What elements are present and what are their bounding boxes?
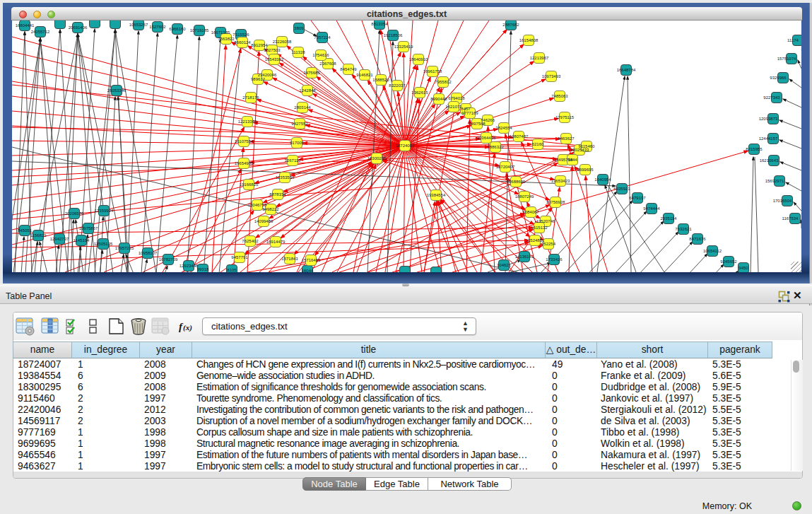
svg-text:12444157: 12444157 [759, 136, 778, 141]
svg-text:9245652: 9245652 [720, 259, 737, 264]
svg-text:17975115: 17975115 [555, 115, 575, 119]
svg-text:9427552: 9427552 [291, 122, 308, 126]
svg-text:1527602: 1527602 [149, 25, 166, 29]
svg-text:19384554: 19384554 [427, 193, 446, 197]
svg-text:2803144: 2803144 [294, 105, 311, 110]
svg-text:989612: 989612 [251, 77, 266, 81]
svg-text:9450: 9450 [739, 266, 748, 270]
svg-text:16671385: 16671385 [211, 30, 230, 35]
svg-text:7632621: 7632621 [675, 227, 692, 231]
svg-text:8471676: 8471676 [689, 237, 706, 241]
svg-text:16648784: 16648784 [617, 68, 636, 72]
svg-text:10975867: 10975867 [79, 226, 98, 230]
svg-text:1588520: 1588520 [372, 78, 389, 82]
svg-text:8454749: 8454749 [340, 67, 357, 71]
svg-text:15720407: 15720407 [496, 165, 515, 169]
svg-text:17016504: 17016504 [773, 199, 792, 203]
svg-text:9457791: 9457791 [231, 255, 248, 259]
svg-text:16914479: 16914479 [266, 240, 286, 244]
svg-text:9227343: 9227343 [763, 95, 780, 100]
svg-text:16782759: 16782759 [159, 257, 178, 262]
svg-text:6794028: 6794028 [448, 96, 465, 100]
svg-text:15692971: 15692971 [765, 179, 784, 183]
svg-text:9463627: 9463627 [558, 136, 575, 141]
svg-text:1242848: 1242848 [299, 88, 316, 93]
svg-text:16543362: 16543362 [265, 57, 284, 62]
svg-text:10654112: 10654112 [703, 249, 722, 253]
svg-text:17359924: 17359924 [95, 209, 114, 213]
svg-text:12093873: 12093873 [759, 117, 778, 121]
svg-text:62160: 62160 [532, 142, 544, 146]
svg-text:13653423: 13653423 [551, 179, 570, 183]
svg-text:19218506: 19218506 [384, 33, 403, 37]
svg-text:99318: 99318 [197, 267, 209, 271]
svg-text:18300295: 18300295 [367, 156, 387, 160]
svg-text:(x): (x) [183, 323, 192, 332]
svg-text:10958107: 10958107 [139, 251, 158, 255]
svg-text:19654985: 19654985 [235, 161, 254, 165]
svg-text:14099489: 14099489 [254, 219, 273, 223]
svg-text:15751074: 15751074 [777, 57, 796, 61]
svg-text:26053346: 26053346 [107, 88, 126, 93]
svg-text:9699695: 9699695 [577, 168, 594, 172]
svg-text:12505135: 12505135 [94, 242, 113, 246]
svg-text:2935114: 2935114 [661, 216, 678, 221]
svg-text:6479197: 6479197 [629, 196, 646, 200]
svg-text:1621072: 1621072 [445, 105, 462, 109]
svg-text:9444: 9444 [567, 158, 577, 162]
svg-text:16154808: 16154808 [519, 38, 539, 42]
svg-text:1167534: 1167534 [782, 216, 799, 221]
svg-text:12353594: 12353594 [276, 175, 295, 180]
svg-text:8878334: 8878334 [269, 192, 286, 197]
svg-text:10807487: 10807487 [510, 134, 529, 139]
svg-text:7886322: 7886322 [487, 145, 504, 149]
svg-text:8215955: 8215955 [746, 147, 763, 151]
svg-text:13325419: 13325419 [394, 45, 413, 49]
svg-text:16044: 16044 [302, 269, 314, 272]
svg-text:16210643: 16210643 [760, 158, 779, 163]
svg-text:9146821: 9146821 [356, 73, 373, 77]
svg-text:18807249: 18807249 [515, 194, 534, 199]
svg-text:3498222: 3498222 [262, 207, 279, 211]
svg-text:2718176: 2718176 [242, 95, 259, 100]
svg-text:845051: 845051 [18, 228, 33, 233]
svg-text:9329966: 9329966 [770, 76, 787, 80]
svg-text:1156829: 1156829 [30, 233, 47, 238]
svg-text:10688609: 10688609 [507, 180, 526, 184]
svg-text:7625402: 7625402 [242, 239, 259, 243]
svg-text:20206576: 20206576 [65, 211, 84, 216]
svg-text:16107554: 16107554 [235, 139, 254, 144]
svg-text:9115460: 9115460 [579, 144, 596, 148]
svg-text:6935921: 6935921 [613, 187, 630, 191]
svg-text:1640954: 1640954 [594, 177, 611, 182]
svg-text:2887682: 2887682 [502, 23, 519, 27]
svg-text:12213967: 12213967 [530, 56, 549, 60]
svg-text:8813054: 8813054 [371, 22, 388, 26]
svg-text:8105: 8105 [227, 268, 237, 272]
svg-text:7357224: 7357224 [314, 35, 331, 40]
svg-text:2367608: 2367608 [319, 62, 336, 66]
svg-text:18724007: 18724007 [396, 144, 415, 148]
svg-text:10653267: 10653267 [129, 23, 148, 27]
svg-text:7563822: 7563822 [218, 37, 235, 41]
svg-text:6966160: 6966160 [169, 27, 186, 31]
svg-text:17957225: 17957225 [115, 246, 134, 250]
svg-text:12923448: 12923448 [180, 264, 199, 268]
svg-text:12213369: 12213369 [238, 119, 257, 124]
svg-text:1615132: 1615132 [531, 226, 548, 230]
svg-text:20364436: 20364436 [477, 136, 496, 140]
svg-text:13520746: 13520746 [536, 219, 555, 223]
svg-text:3809: 3809 [294, 26, 304, 30]
svg-text:9827503: 9827503 [264, 48, 281, 52]
svg-text:11174: 11174 [787, 38, 799, 42]
svg-text:24055712: 24055712 [31, 30, 50, 34]
svg-text:3824554: 3824554 [495, 126, 512, 130]
svg-text:8660124: 8660124 [234, 40, 251, 45]
svg-text:111328: 111328 [291, 50, 305, 54]
svg-text:16804441: 16804441 [16, 23, 35, 28]
svg-text:1145194: 1145194 [73, 238, 90, 243]
svg-text:18640910: 18640910 [409, 57, 428, 62]
svg-text:8990448: 8990448 [430, 97, 447, 101]
svg-text:3267110: 3267110 [285, 158, 302, 163]
svg-text:12942737: 12942737 [50, 237, 69, 241]
